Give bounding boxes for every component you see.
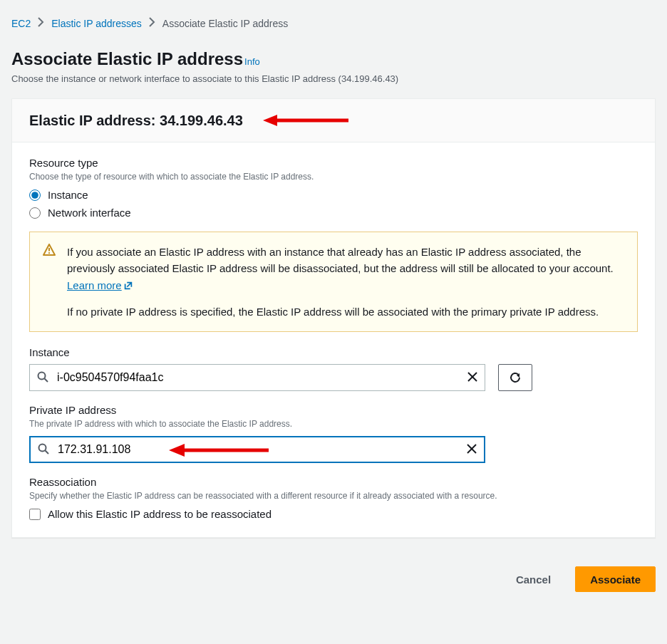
svg-line-10 xyxy=(46,450,49,454)
radio-instance-input[interactable] xyxy=(29,189,41,201)
external-link-icon xyxy=(123,281,133,291)
cancel-button[interactable]: Cancel xyxy=(502,566,565,592)
panel-title: Elastic IP address: 34.199.46.43 xyxy=(29,113,243,129)
notice-p1-text: If you associate an Elastic IP address w… xyxy=(67,246,614,274)
annotation-arrow-icon xyxy=(169,442,269,459)
radio-instance[interactable]: Instance xyxy=(29,189,638,201)
reassociation-checkbox-row[interactable]: Allow this Elastic IP address to be reas… xyxy=(29,508,638,520)
breadcrumb-ec2[interactable]: EC2 xyxy=(11,18,31,29)
search-icon xyxy=(38,443,49,457)
private-ip-group: Private IP address The private IP addres… xyxy=(29,404,638,463)
resource-type-hint: Choose the type of resource with which t… xyxy=(29,172,638,182)
chevron-right-icon xyxy=(149,17,155,29)
warning-notice: If you associate an Elastic IP address w… xyxy=(29,232,638,332)
reassociation-checkbox-label: Allow this Elastic IP address to be reas… xyxy=(48,508,272,520)
reassociation-label: Reassociation xyxy=(29,476,638,488)
page-title: Associate Elastic IP address xyxy=(11,49,243,68)
svg-marker-1 xyxy=(263,115,277,126)
resource-type-group: Resource type Choose the type of resourc… xyxy=(29,157,638,219)
warning-icon xyxy=(43,244,56,261)
private-ip-hint: The private IP address with which to ass… xyxy=(29,419,638,429)
breadcrumb: EC2 Elastic IP addresses Associate Elast… xyxy=(11,17,656,29)
footer-actions: Cancel Associate xyxy=(0,549,667,603)
breadcrumb-elastic-ips[interactable]: Elastic IP addresses xyxy=(51,18,142,29)
page-description: Choose the instance or network interface… xyxy=(11,73,656,84)
panel-header: Elastic IP address: 34.199.46.43 xyxy=(12,99,655,142)
refresh-button[interactable] xyxy=(498,364,532,391)
reassociation-checkbox[interactable] xyxy=(29,509,41,520)
search-icon xyxy=(37,371,48,385)
info-link[interactable]: Info xyxy=(244,56,260,67)
notice-p2: If no private IP address is specified, t… xyxy=(67,303,624,320)
svg-point-4 xyxy=(38,372,46,379)
svg-point-3 xyxy=(48,252,50,254)
refresh-icon xyxy=(509,371,522,384)
radio-network-interface-label: Network interface xyxy=(48,207,131,219)
radio-network-interface-input[interactable] xyxy=(29,207,41,219)
svg-line-5 xyxy=(45,378,48,382)
resource-type-label: Resource type xyxy=(29,157,638,169)
reassociation-hint: Specify whether the Elastic IP address c… xyxy=(29,491,638,501)
radio-network-interface[interactable]: Network interface xyxy=(29,207,638,219)
chevron-right-icon xyxy=(38,17,44,29)
instance-group: Instance xyxy=(29,346,638,391)
associate-button[interactable]: Associate xyxy=(575,566,656,592)
instance-input[interactable] xyxy=(54,371,460,384)
instance-input-wrapper[interactable] xyxy=(29,364,485,391)
clear-icon[interactable] xyxy=(467,444,477,456)
radio-instance-label: Instance xyxy=(48,189,88,201)
learn-more-link[interactable]: Learn more xyxy=(67,279,133,291)
svg-marker-14 xyxy=(169,444,185,457)
private-ip-label: Private IP address xyxy=(29,404,638,416)
main-panel: Elastic IP address: 34.199.46.43 Resourc… xyxy=(11,98,656,538)
reassociation-group: Reassociation Specify whether the Elasti… xyxy=(29,476,638,520)
svg-point-9 xyxy=(39,444,46,451)
breadcrumb-current: Associate Elastic IP address xyxy=(162,18,288,29)
instance-label: Instance xyxy=(29,346,638,358)
annotation-arrow-icon xyxy=(263,112,348,129)
notice-p1: If you associate an Elastic IP address w… xyxy=(67,244,624,294)
clear-icon[interactable] xyxy=(467,372,477,384)
